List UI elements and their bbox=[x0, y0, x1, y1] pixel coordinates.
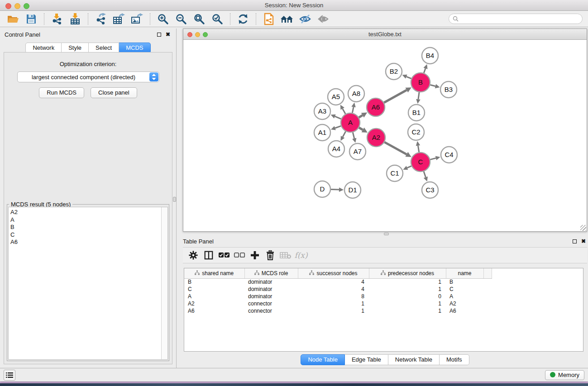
cell-successor-nodes[interactable]: 8 bbox=[298, 293, 369, 300]
cell-name[interactable]: A2 bbox=[446, 300, 483, 307]
minimize-window-button[interactable] bbox=[14, 3, 20, 9]
edge-A-A8[interactable] bbox=[352, 107, 354, 113]
edge-B-B2[interactable] bbox=[406, 76, 411, 78]
edge-B-B4[interactable] bbox=[424, 68, 425, 73]
result-item[interactable]: A2 bbox=[10, 209, 159, 216]
edge-C-C4[interactable] bbox=[430, 158, 436, 159]
cell-MCDS-role[interactable]: dominator bbox=[244, 293, 298, 300]
result-item[interactable]: B bbox=[10, 224, 159, 231]
cell-MCDS-role[interactable]: connector bbox=[244, 307, 298, 315]
node-table[interactable]: shared nameMCDS rolesuccessor nodesprede… bbox=[184, 268, 583, 352]
edge-A-A2[interactable] bbox=[359, 128, 363, 130]
cell-successor-nodes[interactable]: 1 bbox=[298, 300, 369, 307]
close-panel-button[interactable]: Close panel bbox=[91, 87, 137, 98]
cell-shared-name[interactable]: A bbox=[184, 293, 244, 300]
edge-A6-B[interactable] bbox=[384, 90, 406, 103]
network-graph[interactable]: AA1A2A3A4A5A6A7A8BB1B2B3B4CC1C2C3C4DD1 bbox=[183, 40, 582, 231]
cell-successor-nodes[interactable]: 4 bbox=[298, 278, 369, 286]
zoom-in-icon[interactable] bbox=[155, 12, 171, 26]
close-network-window-button[interactable] bbox=[187, 32, 192, 37]
edge-A-A4[interactable] bbox=[343, 131, 345, 137]
edge-A-A3[interactable] bbox=[335, 116, 341, 119]
result-item[interactable]: C bbox=[10, 231, 159, 239]
window-resize-grip[interactable] bbox=[580, 225, 586, 231]
table-tab-network-table[interactable]: Network Table bbox=[388, 354, 440, 365]
cell-predecessor-nodes[interactable]: 1 bbox=[369, 300, 446, 307]
cell-name[interactable]: A bbox=[446, 293, 483, 300]
table-row[interactable]: Cdominator41C bbox=[184, 286, 492, 293]
hide-selected-eye-slash-icon[interactable] bbox=[297, 12, 313, 26]
add-column-icon[interactable] bbox=[248, 249, 262, 262]
edge-D-D1[interactable] bbox=[331, 190, 339, 190]
import-table-icon[interactable] bbox=[67, 12, 83, 26]
float-table-panel-icon[interactable] bbox=[571, 238, 578, 245]
cell-name[interactable]: A6 bbox=[446, 307, 483, 315]
column-header-MCDS-role[interactable]: MCDS role bbox=[244, 268, 298, 278]
zoom-selected-icon[interactable] bbox=[210, 12, 225, 26]
cell-shared-name[interactable]: B bbox=[184, 278, 244, 286]
float-panel-icon[interactable] bbox=[155, 31, 163, 38]
edge-A-A1[interactable] bbox=[335, 126, 341, 128]
split-divider-grip[interactable] bbox=[173, 197, 176, 202]
open-session-icon[interactable] bbox=[5, 12, 21, 26]
table-row[interactable]: A2connector11A2 bbox=[184, 300, 492, 307]
cell-predecessor-nodes[interactable]: 0 bbox=[369, 293, 446, 300]
table-tab-node-table[interactable]: Node Table bbox=[301, 354, 345, 365]
edge-A2-C[interactable] bbox=[384, 142, 406, 154]
refresh-layout-icon[interactable] bbox=[235, 12, 251, 26]
edge-C-C3[interactable] bbox=[424, 172, 425, 177]
export-network-icon[interactable] bbox=[93, 12, 109, 26]
close-table-panel-icon[interactable]: ✖ bbox=[580, 238, 587, 245]
cell-MCDS-role[interactable]: dominator bbox=[244, 286, 298, 293]
cell-predecessor-nodes[interactable]: 1 bbox=[369, 286, 446, 293]
table-tab-edge-table[interactable]: Edge Table bbox=[345, 354, 388, 365]
table-row[interactable]: Bdominator41B bbox=[184, 278, 492, 286]
result-scrollbar[interactable] bbox=[161, 207, 167, 359]
cell-MCDS-role[interactable]: connector bbox=[244, 300, 298, 307]
edge-A-A5[interactable] bbox=[343, 109, 346, 114]
column-header-successor-nodes[interactable]: successor nodes bbox=[298, 268, 369, 278]
settings-gear-icon[interactable] bbox=[186, 249, 200, 262]
result-item[interactable]: A bbox=[10, 216, 159, 224]
import-network-icon[interactable] bbox=[49, 12, 65, 26]
task-history-button[interactable] bbox=[4, 370, 15, 381]
edge-B-B1[interactable] bbox=[418, 92, 419, 99]
toggle-column-panel-icon[interactable] bbox=[202, 249, 215, 262]
cell-shared-name[interactable]: C bbox=[184, 286, 244, 293]
new-network-from-file-icon[interactable] bbox=[261, 12, 277, 26]
cell-predecessor-nodes[interactable]: 1 bbox=[369, 307, 446, 315]
table-row[interactable]: A6connector11A6 bbox=[184, 307, 492, 315]
mcds-result-list[interactable]: A2ABCA6 bbox=[8, 207, 168, 360]
zoom-out-icon[interactable] bbox=[173, 12, 189, 26]
save-session-icon[interactable] bbox=[24, 12, 39, 26]
select-all-checks-icon[interactable] bbox=[217, 249, 231, 262]
column-header-name[interactable]: name bbox=[446, 268, 483, 278]
table-tab-motifs[interactable]: Motifs bbox=[440, 354, 469, 365]
zoom-network-window-button[interactable] bbox=[203, 32, 208, 37]
edge-C-C2[interactable] bbox=[418, 146, 419, 152]
edge-A-A7[interactable] bbox=[353, 132, 354, 138]
edge-B-B3[interactable] bbox=[430, 85, 435, 86]
result-item[interactable]: A6 bbox=[10, 238, 159, 246]
cell-successor-nodes[interactable]: 4 bbox=[298, 286, 369, 293]
edge-C-C1[interactable] bbox=[407, 166, 411, 168]
cell-name[interactable]: B bbox=[446, 278, 483, 286]
close-panel-icon[interactable]: ✖ bbox=[164, 31, 172, 38]
cell-shared-name[interactable]: A2 bbox=[184, 300, 244, 307]
cell-predecessor-nodes[interactable]: 1 bbox=[369, 278, 446, 286]
cell-successor-nodes[interactable]: 1 bbox=[298, 307, 369, 315]
close-window-button[interactable] bbox=[5, 3, 11, 9]
table-row[interactable]: Adominator80A bbox=[184, 293, 492, 300]
run-mcds-button[interactable]: Run MCDS bbox=[39, 87, 84, 98]
minimize-network-window-button[interactable] bbox=[195, 32, 200, 37]
column-header-shared-name[interactable]: shared name bbox=[184, 268, 244, 278]
home-layouts-icon[interactable] bbox=[279, 12, 295, 26]
optimization-criterion-dropdown[interactable]: largest connected component (directed) bbox=[17, 71, 159, 82]
network-canvas[interactable]: AA1A2A3A4A5A6A7A8BB1B2B3B4CC1C2C3C4DD1 bbox=[183, 40, 587, 231]
zoom-window-button[interactable] bbox=[24, 3, 29, 9]
memory-button[interactable]: Memory bbox=[545, 370, 584, 380]
cell-shared-name[interactable]: A6 bbox=[184, 307, 244, 315]
delete-table-icon[interactable] bbox=[279, 249, 292, 262]
export-table-icon[interactable] bbox=[111, 12, 127, 26]
zoom-fit-icon[interactable] bbox=[191, 12, 207, 26]
